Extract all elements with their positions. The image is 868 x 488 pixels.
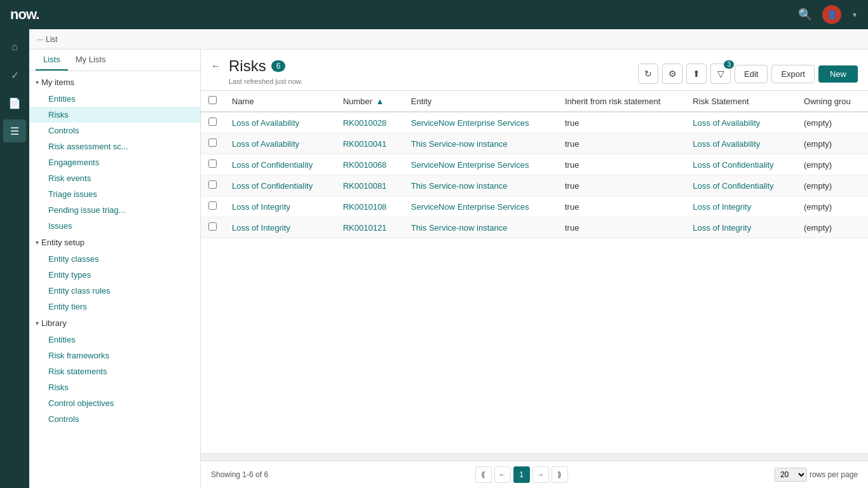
row-checkbox-4[interactable] bbox=[208, 201, 217, 210]
row-checkbox-3[interactable] bbox=[208, 180, 217, 189]
next-page-button[interactable]: → bbox=[532, 466, 549, 483]
sidebar-item-pending-issue[interactable]: Pending issue triag... bbox=[29, 202, 200, 218]
settings-button[interactable]: ⚙ bbox=[662, 64, 682, 84]
table-header-row: Name Number ▲ Entity Inherit from risk s… bbox=[201, 91, 868, 112]
col-entity[interactable]: Entity bbox=[403, 91, 557, 112]
col-risk-statement[interactable]: Risk Statement bbox=[685, 91, 796, 112]
row-number-2[interactable]: RK0010068 bbox=[336, 154, 403, 175]
sidebar-item-risk-frameworks[interactable]: Risk frameworks bbox=[29, 348, 200, 363]
group-my-items[interactable]: ▾ My items bbox=[29, 74, 200, 91]
col-number[interactable]: Number ▲ bbox=[336, 91, 403, 112]
group-entity-setup[interactable]: ▾ Entity setup bbox=[29, 234, 200, 251]
col-inherit[interactable]: Inherit from risk statement bbox=[557, 91, 685, 112]
sidebar-item-controls-lib[interactable]: Controls bbox=[29, 411, 200, 427]
sort-arrow-icon: ▲ bbox=[376, 97, 384, 106]
sidebar-item-risk-events[interactable]: Risk events bbox=[29, 170, 200, 186]
first-page-button[interactable]: ⟪ bbox=[475, 466, 492, 483]
row-inherit-0: true bbox=[557, 112, 685, 133]
row-risk-statement-2[interactable]: Loss of Confidentiality bbox=[685, 154, 796, 175]
sidebar-item-risks-lib[interactable]: Risks bbox=[29, 379, 200, 395]
col-name[interactable]: Name bbox=[224, 91, 336, 112]
row-risk-statement-0[interactable]: Loss of Availability bbox=[685, 112, 796, 133]
group-library[interactable]: ▾ Library bbox=[29, 315, 200, 332]
row-number-1[interactable]: RK0010041 bbox=[336, 133, 403, 154]
row-entity-1[interactable]: This Service-now instance bbox=[403, 133, 557, 154]
sidebar-item-control-objectives[interactable]: Control objectives bbox=[29, 395, 200, 411]
sidebar-item-risk-assessment[interactable]: Risk assessment sc... bbox=[29, 139, 200, 154]
row-entity-3[interactable]: This Service-now instance bbox=[403, 175, 557, 196]
sidebar-item-controls-0[interactable]: Controls bbox=[29, 123, 200, 139]
table-row: Loss of Availability RK0010041 This Serv… bbox=[201, 133, 868, 154]
row-risk-statement-4[interactable]: Loss of Integrity bbox=[685, 196, 796, 217]
row-checkbox-0[interactable] bbox=[208, 118, 217, 126]
back-button[interactable]: ← bbox=[211, 60, 221, 72]
home-icon[interactable]: ⌂ bbox=[3, 36, 26, 58]
row-number-5[interactable]: RK0010121 bbox=[336, 217, 403, 238]
sidebar-item-risks[interactable]: Risks bbox=[29, 107, 200, 123]
avatar-initials: 👤 bbox=[827, 10, 837, 19]
last-page-button[interactable]: ⟫ bbox=[552, 466, 568, 483]
showing-label: Showing 1-6 of 6 bbox=[211, 470, 268, 479]
refresh-button[interactable]: ↻ bbox=[638, 64, 658, 84]
row-name-4[interactable]: Loss of Integrity bbox=[224, 196, 336, 217]
sidebar: Lists My Lists ▾ My items Entities Risks… bbox=[29, 50, 201, 488]
tab-my-lists[interactable]: My Lists bbox=[68, 50, 114, 71]
row-name-0[interactable]: Loss of Availability bbox=[224, 112, 336, 133]
sidebar-item-triage-issues[interactable]: Triage issues bbox=[29, 186, 200, 202]
row-risk-statement-3[interactable]: Loss of Confidentiality bbox=[685, 175, 796, 196]
select-all-checkbox[interactable] bbox=[208, 96, 217, 104]
table-container: Name Number ▲ Entity Inherit from risk s… bbox=[201, 91, 868, 453]
export-button[interactable]: Export bbox=[771, 65, 815, 83]
search-icon[interactable]: 🔍 bbox=[798, 8, 812, 22]
sidebar-item-entities-0[interactable]: Entities bbox=[29, 91, 200, 107]
row-entity-5[interactable]: This Service-now instance bbox=[403, 217, 557, 238]
row-name-2[interactable]: Loss of Confidentiality bbox=[224, 154, 336, 175]
row-risk-statement-1[interactable]: Loss of Availability bbox=[685, 133, 796, 154]
tab-lists[interactable]: Lists bbox=[36, 50, 68, 71]
edit-button[interactable]: Edit bbox=[735, 65, 768, 83]
col-owning-group[interactable]: Owning grou bbox=[796, 91, 868, 112]
document-icon[interactable]: 📄 bbox=[3, 92, 26, 114]
horizontal-scrollbar[interactable] bbox=[201, 453, 868, 461]
table-row: Loss of Confidentiality RK0010068 Servic… bbox=[201, 154, 868, 175]
check-icon[interactable]: ✓ bbox=[3, 64, 26, 86]
sidebar-item-entity-types[interactable]: Entity types bbox=[29, 267, 200, 283]
list-icon[interactable]: ☰ bbox=[3, 119, 26, 142]
sidebar-item-entities-lib[interactable]: Entities bbox=[29, 332, 200, 348]
new-button[interactable]: New bbox=[818, 65, 858, 83]
row-name-3[interactable]: Loss of Confidentiality bbox=[224, 175, 336, 196]
row-risk-statement-5[interactable]: Loss of Integrity bbox=[685, 217, 796, 238]
sidebar-item-risk-statements[interactable]: Risk statements bbox=[29, 363, 200, 379]
table-row: Loss of Confidentiality RK0010081 This S… bbox=[201, 175, 868, 196]
count-badge: 6 bbox=[271, 60, 286, 72]
top-nav: now. 🔍 👤 ▼ bbox=[0, 0, 868, 29]
share-button[interactable]: ⬆ bbox=[686, 64, 707, 84]
breadcrumb-label: List bbox=[46, 35, 58, 44]
sidebar-item-issues[interactable]: Issues bbox=[29, 218, 200, 234]
avatar-dropdown-icon[interactable]: ▼ bbox=[851, 11, 858, 18]
user-avatar[interactable]: 👤 bbox=[822, 5, 841, 24]
sidebar-item-entity-classes[interactable]: Entity classes bbox=[29, 251, 200, 267]
row-number-0[interactable]: RK0010028 bbox=[336, 112, 403, 133]
row-name-1[interactable]: Loss of Availability bbox=[224, 133, 336, 154]
row-inherit-3: true bbox=[557, 175, 685, 196]
row-entity-4[interactable]: ServiceNow Enterprise Services bbox=[403, 196, 557, 217]
row-number-3[interactable]: RK0010081 bbox=[336, 175, 403, 196]
prev-page-button[interactable]: ← bbox=[494, 466, 511, 483]
filter-button[interactable]: ▽ 3 bbox=[710, 64, 731, 84]
row-checkbox-5[interactable] bbox=[208, 222, 217, 231]
row-entity-0[interactable]: ServiceNow Enterprise Services bbox=[403, 112, 557, 133]
breadcrumb-separator: ··· bbox=[37, 35, 43, 44]
rows-per-page-select[interactable]: 20 50 100 bbox=[775, 468, 807, 482]
row-entity-2[interactable]: ServiceNow Enterprise Services bbox=[403, 154, 557, 175]
logo: now. bbox=[10, 6, 39, 23]
sidebar-item-entity-class-rules[interactable]: Entity class rules bbox=[29, 283, 200, 299]
sidebar-item-entity-tiers[interactable]: Entity tiers bbox=[29, 299, 200, 315]
sidebar-item-engagements[interactable]: Engagements bbox=[29, 154, 200, 170]
row-number-4[interactable]: RK0010108 bbox=[336, 196, 403, 217]
row-checkbox-1[interactable] bbox=[208, 139, 217, 147]
row-name-5[interactable]: Loss of Integrity bbox=[224, 217, 336, 238]
row-checkbox-2[interactable] bbox=[208, 159, 217, 168]
row-checkbox-cell bbox=[201, 217, 224, 238]
current-page-button[interactable]: 1 bbox=[513, 466, 530, 483]
